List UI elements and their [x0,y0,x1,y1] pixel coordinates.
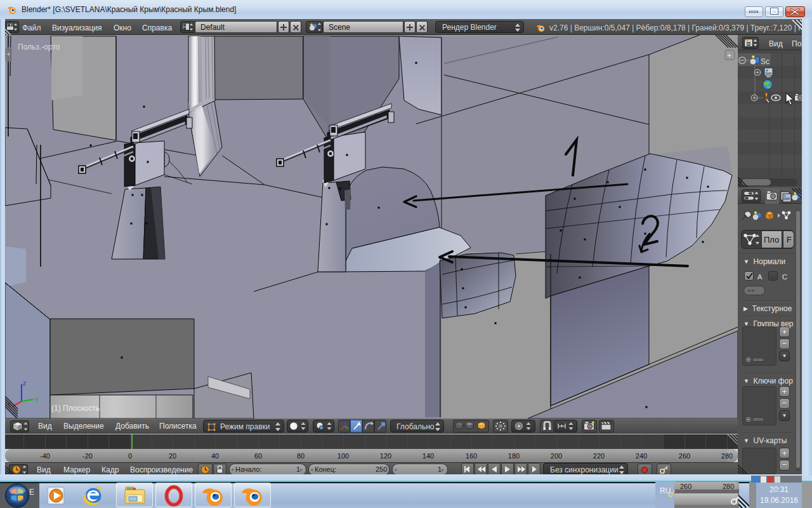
svg-text:Y: Y [34,397,39,404]
svg-text:Польз.-орто: Польз.-орто [18,43,60,51]
svg-text:(1) Плоскость: (1) Плоскость [51,404,100,413]
svg-text:+: + [7,51,11,58]
svg-text:z: z [23,380,26,387]
svg-text:+: + [728,51,731,59]
svg-text:Sc: Sc [761,57,769,66]
